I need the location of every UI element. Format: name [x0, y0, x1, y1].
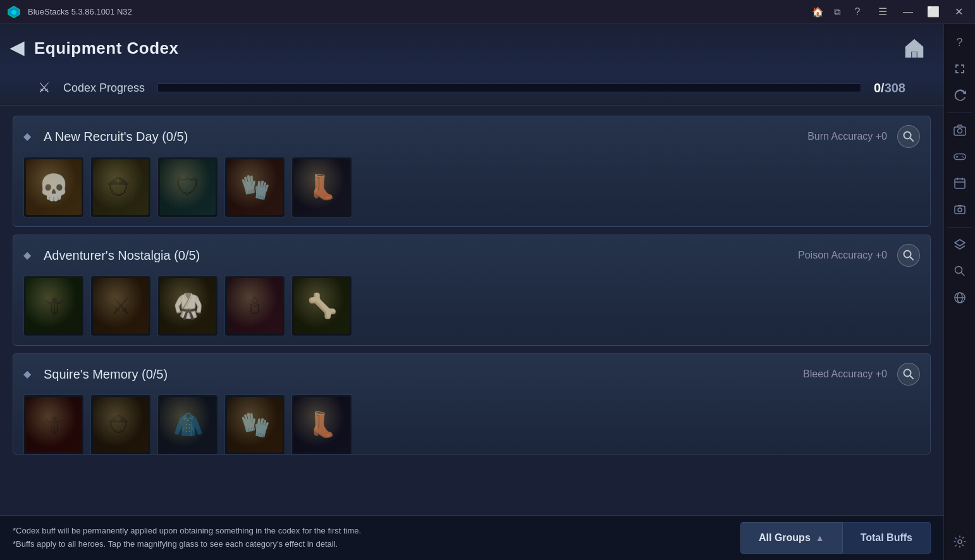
- svg-line-25: [961, 273, 964, 276]
- search-button-squire[interactable]: [897, 363, 920, 386]
- progress-total: 308: [885, 81, 905, 95]
- sq-item-slot-1[interactable]: [23, 394, 84, 454]
- item-slot-1[interactable]: [23, 157, 84, 217]
- sidebar-layers-icon[interactable]: [948, 233, 972, 257]
- svg-rect-3: [912, 52, 917, 58]
- category-header-new-recruit: A New Recruit's Day (0/5) Burn Accuracy …: [23, 125, 920, 148]
- page-title: Equipment Codex: [34, 39, 179, 58]
- progress-label: Codex Progress: [63, 82, 145, 95]
- titlebar-title: BlueStacks 5.3.86.1001 N32: [28, 7, 812, 16]
- category-buff-squire: Bleed Accuracy +0: [803, 368, 887, 380]
- sq-item-3: [160, 397, 216, 453]
- svg-point-22: [958, 208, 962, 212]
- sidebar-camera-icon[interactable]: [948, 118, 972, 142]
- category-name-new-recruit: A New Recruit's Day (0/5): [44, 130, 807, 144]
- home-nav-icon[interactable]: 🏠: [812, 6, 824, 18]
- footer-note-line1: *Codex buff will be permanently applied …: [13, 525, 728, 538]
- progress-section: ⚔ Codex Progress 0/308: [0, 73, 943, 106]
- progress-bar: [157, 83, 861, 92]
- items-row-adventurer: [23, 276, 920, 336]
- sidebar-gamepad-icon[interactable]: [948, 145, 972, 169]
- sidebar-expand-icon[interactable]: [948, 57, 972, 81]
- diamond-icon-2: [23, 249, 36, 262]
- svg-point-29: [958, 540, 962, 544]
- sq-item-slot-4[interactable]: [224, 394, 285, 454]
- items-row-new-recruit: [23, 157, 920, 217]
- item-helmet: [93, 159, 149, 215]
- bluestacks-logo: [5, 3, 23, 21]
- item-slot-3[interactable]: [157, 157, 218, 217]
- adv-item-5: [294, 278, 350, 334]
- category-card-adventurer: Adventurer's Nostalgia (0/5) Poison Accu…: [13, 234, 931, 346]
- item-vest: [160, 159, 216, 215]
- adv-item-slot-5[interactable]: [291, 276, 352, 336]
- category-name-adventurer: Adventurer's Nostalgia (0/5): [44, 248, 798, 263]
- all-groups-button[interactable]: All Groups ▲: [740, 522, 843, 554]
- home-button[interactable]: [898, 32, 931, 64]
- item-slot-4[interactable]: [224, 157, 285, 217]
- sidebar-screenshot-icon[interactable]: [948, 198, 972, 222]
- category-buff-new-recruit: Burn Accuracy +0: [807, 131, 887, 142]
- item-slot-5[interactable]: [291, 157, 352, 217]
- category-buff-adventurer: Poison Accuracy +0: [798, 250, 887, 261]
- diamond-icon-3: [23, 368, 36, 380]
- svg-point-11: [957, 129, 962, 133]
- titlebar: BlueStacks 5.3.86.1001 N32 🏠 ⧉ ? ☰ — ⬜ ✕: [0, 0, 975, 24]
- sq-item-1: [26, 397, 82, 453]
- adv-item-slot-4[interactable]: [224, 276, 285, 336]
- help-button[interactable]: ?: [846, 3, 869, 21]
- chevron-up-icon: ▲: [816, 533, 825, 543]
- item-slot-2[interactable]: [90, 157, 151, 217]
- sq-item-slot-5[interactable]: [291, 394, 352, 454]
- close-button[interactable]: ✕: [947, 3, 970, 21]
- sidebar-calendar-icon[interactable]: [948, 171, 972, 195]
- back-button[interactable]: ◀: [10, 39, 24, 57]
- svg-rect-23: [958, 205, 962, 206]
- adv-item-slot-3[interactable]: [157, 276, 218, 336]
- sq-item-4: [227, 397, 283, 453]
- sq-item-2: [93, 397, 149, 453]
- total-buffs-button[interactable]: Total Buffs: [843, 522, 931, 554]
- svg-line-9: [911, 376, 914, 379]
- item-skull: [26, 159, 82, 215]
- copy-nav-icon[interactable]: ⧉: [834, 6, 841, 18]
- progress-numbers: 0/308: [874, 81, 905, 95]
- maximize-button[interactable]: ⬜: [922, 3, 945, 21]
- search-button-new-recruit[interactable]: [897, 125, 920, 148]
- header: ◀ Equipment Codex: [0, 24, 943, 73]
- titlebar-controls: ? ☰ — ⬜ ✕: [846, 3, 970, 21]
- progress-current: 0: [874, 81, 881, 95]
- search-button-adventurer[interactable]: [897, 244, 920, 267]
- sidebar-search-icon[interactable]: [948, 259, 972, 283]
- category-header-adventurer: Adventurer's Nostalgia (0/5) Poison Accu…: [23, 244, 920, 267]
- svg-point-15: [961, 155, 962, 157]
- adv-item-2: [93, 278, 149, 334]
- adv-item-3: [160, 278, 216, 334]
- svg-rect-12: [954, 154, 965, 159]
- sidebar-divider-1: [947, 113, 972, 113]
- items-row-squire: [23, 394, 920, 454]
- menu-button[interactable]: ☰: [871, 3, 894, 21]
- category-card-squire: Squire's Memory (0/5) Bleed Accuracy +0: [13, 353, 931, 454]
- sq-item-slot-3[interactable]: [157, 394, 218, 454]
- sidebar-question-icon[interactable]: ?: [948, 30, 972, 54]
- svg-line-7: [911, 257, 914, 260]
- adv-item-1: [26, 278, 82, 334]
- sidebar-settings-icon[interactable]: [948, 530, 972, 554]
- adv-item-slot-2[interactable]: [90, 276, 151, 336]
- adv-item-4: [227, 278, 283, 334]
- sidebar-divider-2: [947, 227, 972, 228]
- sq-item-slot-2[interactable]: [90, 394, 151, 454]
- categories-scroll-area[interactable]: A New Recruit's Day (0/5) Burn Accuracy …: [0, 106, 943, 515]
- all-groups-label: All Groups: [759, 532, 811, 544]
- sidebar-rotate-icon[interactable]: [948, 83, 972, 107]
- sq-item-5: [294, 397, 350, 453]
- main-content: ◀ Equipment Codex ⚔ Codex Progress 0/308…: [0, 24, 943, 560]
- sidebar-globe-icon[interactable]: [948, 286, 972, 310]
- minimize-button[interactable]: —: [897, 3, 919, 21]
- item-boots: [294, 159, 350, 215]
- svg-rect-21: [955, 206, 965, 214]
- total-buffs-label: Total Buffs: [861, 532, 912, 544]
- sword-icon: ⚔: [38, 80, 51, 96]
- adv-item-slot-1[interactable]: [23, 276, 84, 336]
